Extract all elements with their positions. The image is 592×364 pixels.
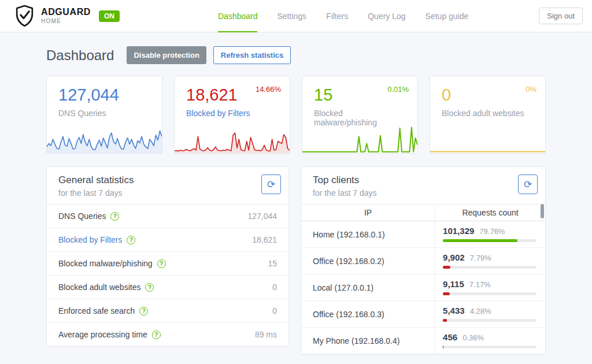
refresh-statistics-button[interactable]: Refresh statistics [213,46,291,64]
stat-row: Blocked malware/phishing? 15 [47,252,288,276]
card-percent: 0% [526,85,536,94]
disable-protection-button[interactable]: Disable protection [127,46,206,64]
stat-row: Average processing time? 89 ms [47,323,288,346]
stat-row: Blocked by Filters? 18,621 [47,228,288,252]
card-percent: 0.01% [387,85,409,94]
page-header: Dashboard Disable protection Refresh sta… [46,46,546,64]
stat-row: DNS Queries? 127,044 [47,205,288,228]
brand-subtitle: HOME [41,18,91,24]
client-row: Office(192.168.0.3) 5,4334.28% [301,301,545,328]
help-icon[interactable]: ? [127,236,135,244]
panel-subtitle: for the last 7 days [313,188,377,198]
blocked-adult-sparkline [430,122,545,153]
requests-bar [443,239,536,242]
refresh-icon-button[interactable]: ⟳ [261,174,281,194]
adguard-home-logo: ADGUARD HOME ON [14,5,120,27]
help-icon[interactable]: ? [145,283,154,292]
card-blocked-adult: 0 Blocked adult websites 0% [430,76,546,154]
nav-item-dashboard[interactable]: Dashboard [218,0,258,32]
protection-status-badge: ON [99,10,120,22]
dns-queries-sparkline [47,122,162,153]
clients-table-header: IP Requests count [301,205,545,221]
table-scrollbar-thumb[interactable] [541,204,544,218]
nav-item-filters[interactable]: Filters [326,0,348,32]
nav-item-settings[interactable]: Settings [277,0,306,32]
requests-bar [443,346,536,348]
main-nav: Dashboard Settings Filters Query Log Set… [218,0,468,32]
card-blocked-malware: 15 Blocked malware/phishing 0.01% [302,76,418,154]
refresh-icon: ⟳ [267,179,275,190]
client-row: Local(127.0.0.1) 9,1157.17% [301,274,545,301]
panel-title: General statistics [58,174,134,186]
card-value: 127,044 [58,86,162,105]
client-row: Home(192.168.0.1) 101,32979.76% [301,221,545,248]
shield-check-icon [14,5,35,27]
column-header-requests: Requests count [435,205,545,221]
brand-title: ADGUARD [41,8,91,17]
nav-item-setup-guide[interactable]: Setup guide [426,0,469,32]
refresh-icon-button[interactable]: ⟳ [518,174,538,194]
card-label: DNS Queries [58,109,150,118]
stat-cards-row: 127,044 DNS Queries 18,621 Blocked by Fi… [46,76,546,154]
client-row: My Phone(192.168.0.4) 4560.36% [301,328,545,354]
card-blocked-by-filters: 18,621 Blocked by Filters 14.66% [174,76,290,154]
dashboard-content: Dashboard Disable protection Refresh sta… [46,32,546,355]
card-dns-queries: 127,044 DNS Queries [46,76,162,154]
stat-row: Blocked adult websites? 0 [47,276,288,299]
panel-title: Top clients [313,174,377,186]
general-statistics-panel: General statistics for the last 7 days ⟳… [46,166,289,347]
help-icon[interactable]: ? [157,259,166,268]
card-label: Blocked adult websites [442,109,534,118]
requests-bar [443,266,536,269]
stat-row: Enforced safe search? 0 [47,299,288,323]
requests-bar [443,319,536,322]
help-icon[interactable]: ? [139,307,148,315]
blocked-malware-sparkline [302,122,417,153]
requests-bar [443,292,536,295]
card-percent: 14.66% [256,85,281,94]
refresh-icon: ⟳ [524,179,532,190]
top-clients-panel: Top clients for the last 7 days ⟳ IP Req… [301,166,546,355]
panel-subtitle: for the last 7 days [58,188,134,198]
blocked-filters-sparkline [175,122,290,153]
client-row: Office(192.168.0.2) 9,9027.79% [301,248,545,274]
card-label[interactable]: Blocked by Filters [186,109,278,118]
top-bar: ADGUARD HOME ON Dashboard Settings Filte… [0,0,592,32]
nav-item-query-log[interactable]: Query Log [368,0,405,32]
column-header-ip: IP [301,205,435,221]
help-icon[interactable]: ? [152,330,161,339]
help-icon[interactable]: ? [110,212,119,221]
page-title: Dashboard [46,47,114,64]
sign-out-button[interactable]: Sign out [539,8,583,24]
